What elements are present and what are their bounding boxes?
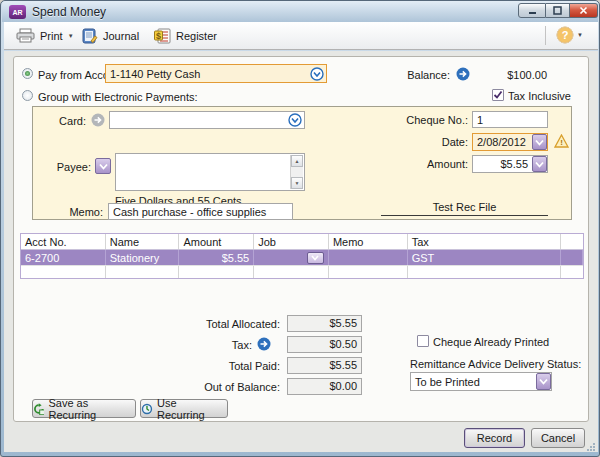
cheque-no-label: Cheque No.: xyxy=(388,114,468,126)
empty-cell xyxy=(106,266,180,278)
spend-money-window: AR Spend Money Print ▼ xyxy=(0,0,600,457)
minimize-icon xyxy=(528,6,537,15)
resize-grip[interactable] xyxy=(586,442,596,452)
date-dropdown-icon[interactable] xyxy=(532,134,547,150)
date-picker[interactable]: 2/08/2012 xyxy=(472,133,548,151)
payee-textarea[interactable]: ▲ ▼ xyxy=(115,153,305,191)
cell-blank xyxy=(561,250,583,265)
col-amount[interactable]: Amount xyxy=(179,234,254,249)
use-recurring-button[interactable]: Use Recurring xyxy=(140,399,228,418)
col-acct-no[interactable]: Acct No. xyxy=(21,234,106,249)
save-as-recurring-label: Save as Recurring xyxy=(48,397,135,421)
balance-arrow-icon[interactable] xyxy=(456,67,470,81)
amount-value: $5.55 xyxy=(473,158,532,170)
cell-amount[interactable]: $5.55 xyxy=(179,250,254,265)
date-label: Date: xyxy=(388,136,468,148)
payee-dropdown-button[interactable] xyxy=(95,158,111,174)
table-header-row: Acct No. Name Amount Job Memo Tax xyxy=(21,234,583,250)
use-recurring-label: Use Recurring xyxy=(157,397,227,421)
account-dropdown-icon[interactable] xyxy=(310,67,324,81)
date-value: 2/08/2012 xyxy=(473,136,532,148)
out-of-balance-label: Out of Balance: xyxy=(114,381,280,393)
svg-text:!: ! xyxy=(560,138,563,147)
col-memo[interactable]: Memo xyxy=(329,234,408,249)
save-as-recurring-button[interactable]: Save as Recurring xyxy=(32,399,136,418)
journal-label: Journal xyxy=(103,30,139,42)
empty-cell xyxy=(329,266,408,278)
group-electronic-payments-radio[interactable] xyxy=(22,90,33,101)
total-paid-label: Total Paid: xyxy=(114,360,280,372)
save-recurring-icon xyxy=(33,403,44,415)
record-button[interactable]: Record xyxy=(464,428,525,448)
help-dropdown-caret: ▼ xyxy=(577,32,583,38)
account-combobox[interactable]: 1-1140 Petty Cash xyxy=(105,64,327,83)
remittance-value: To be Printed xyxy=(411,376,536,388)
tax-arrow-icon[interactable] xyxy=(257,337,271,351)
total-paid-value: $5.55 xyxy=(287,357,362,374)
memo-input[interactable] xyxy=(108,203,293,220)
scroll-up-icon[interactable]: ▲ xyxy=(291,155,303,167)
cell-name[interactable]: Stationery xyxy=(106,250,180,265)
help-icon: ? xyxy=(556,26,574,44)
register-icon: $ xyxy=(154,28,171,44)
card-label: Card: xyxy=(46,115,86,127)
app-icon: AR xyxy=(9,5,26,19)
col-job[interactable]: Job xyxy=(254,234,329,249)
cheque-no-input[interactable] xyxy=(472,111,548,128)
cell-memo[interactable] xyxy=(329,250,408,265)
cancel-button[interactable]: Cancel xyxy=(531,428,585,448)
cheque-already-printed-label: Cheque Already Printed xyxy=(433,336,549,348)
scroll-down-icon[interactable]: ▼ xyxy=(291,177,303,189)
table-row[interactable]: 6-2700 Stationery $5.55 GST xyxy=(21,250,583,265)
amount-field[interactable]: $5.55 xyxy=(472,155,548,173)
journal-button[interactable]: Journal xyxy=(78,25,143,46)
cell-job[interactable] xyxy=(254,250,329,265)
pay-from-account-radio[interactable] xyxy=(22,68,33,79)
print-button[interactable]: Print ▼ xyxy=(12,25,78,46)
col-tax[interactable]: Tax xyxy=(408,234,561,249)
card-dropdown-icon[interactable] xyxy=(288,113,302,127)
title-bar[interactable]: AR Spend Money xyxy=(2,1,598,22)
memo-label: Memo: xyxy=(63,206,103,218)
check-icon xyxy=(493,90,503,100)
close-button[interactable] xyxy=(570,3,598,18)
signature-line xyxy=(381,215,548,216)
amount-label: Amount: xyxy=(388,158,468,170)
help-button[interactable]: ? ▼ xyxy=(556,26,583,44)
table-empty-row[interactable] xyxy=(21,265,583,278)
payee-label: Payee: xyxy=(51,161,91,173)
out-of-balance-value: $0.00 xyxy=(287,378,362,395)
balance-value: $100.00 xyxy=(487,69,547,81)
svg-text:?: ? xyxy=(562,29,569,41)
cell-tax[interactable]: GST xyxy=(408,250,561,265)
job-dropdown-icon[interactable] xyxy=(307,252,324,264)
print-dropdown-caret: ▼ xyxy=(68,33,74,39)
date-warning-icon: ! xyxy=(554,134,569,148)
balance-label: Balance: xyxy=(400,69,450,81)
journal-icon xyxy=(82,28,98,44)
total-allocated-value: $5.55 xyxy=(287,315,362,332)
toolbar-separator xyxy=(545,26,546,45)
remittance-dropdown-icon[interactable] xyxy=(536,373,551,390)
group-electronic-payments-label: Group with Electronic Payments: xyxy=(38,91,198,103)
card-arrow-icon[interactable] xyxy=(91,113,105,127)
tax-inclusive-checkbox[interactable] xyxy=(492,89,504,101)
payee-scrollbar[interactable]: ▲ ▼ xyxy=(290,155,303,189)
maximize-button[interactable] xyxy=(546,3,570,18)
empty-cell xyxy=(21,266,106,278)
toolbar: Print ▼ Journal $ xyxy=(4,22,598,50)
minimize-button[interactable] xyxy=(518,3,546,18)
amount-dropdown-icon[interactable] xyxy=(532,156,547,172)
col-name[interactable]: Name xyxy=(106,234,180,249)
cheque-already-printed-checkbox[interactable] xyxy=(417,335,429,347)
empty-cell xyxy=(561,266,583,278)
empty-cell xyxy=(179,266,254,278)
col-blank xyxy=(561,234,583,249)
total-allocated-label: Total Allocated: xyxy=(114,318,280,330)
cell-acct-no[interactable]: 6-2700 xyxy=(21,250,106,265)
register-button[interactable]: $ Register xyxy=(150,25,221,46)
remittance-select[interactable]: To be Printed xyxy=(410,372,552,391)
maximize-icon xyxy=(553,6,562,15)
tax-inclusive-label: Tax Inclusive xyxy=(508,90,571,102)
card-combobox[interactable] xyxy=(109,111,305,129)
